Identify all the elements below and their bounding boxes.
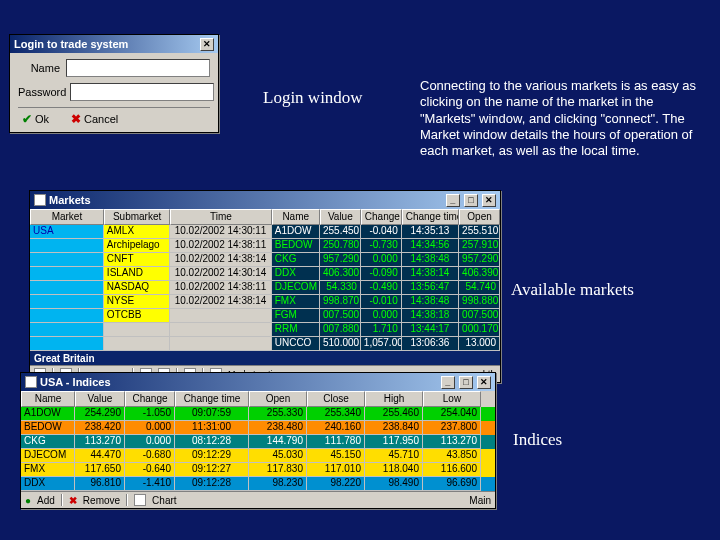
main-label: Main	[469, 495, 491, 506]
minimize-icon[interactable]: _	[441, 376, 455, 389]
table-row[interactable]: NASDAQ10.02/2002 14:38:11DJECOM54.330-0.…	[30, 281, 500, 295]
app-icon	[25, 376, 37, 388]
markets-title: Markets	[49, 194, 91, 206]
table-row[interactable]: DDX96.810-1.41009:12:2898.23098.22098.49…	[21, 477, 495, 491]
markets-caption: Available markets	[511, 280, 634, 300]
x-icon: ✖	[71, 112, 81, 126]
chart-icon	[134, 494, 146, 506]
table-row[interactable]: CNFT10.02/2002 14:38:14CKG957.2900.00014…	[30, 253, 500, 267]
cancel-button[interactable]: ✖ Cancel	[71, 112, 118, 126]
indices-caption: Indices	[513, 430, 562, 450]
markets-header: Market Submarket Time Name Value Change …	[30, 209, 500, 225]
password-field[interactable]	[70, 83, 214, 101]
check-icon: ✔	[22, 112, 32, 126]
indices-body: A1DOW254.290-1.05009:07:59255.330255.340…	[21, 407, 495, 491]
name-label: Name	[18, 62, 66, 74]
close-icon[interactable]: ✕	[200, 38, 214, 51]
table-row[interactable]: BEDOW238.4200.00011:31:00238.480240.1602…	[21, 421, 495, 435]
password-label: Password	[18, 86, 70, 98]
table-row[interactable]: USAAMLX10.02/2002 14:30:11A1DOW255.450-0…	[30, 225, 500, 239]
table-row[interactable]: FMX117.650-0.64009:12:27117.830117.01011…	[21, 463, 495, 477]
login-caption: Login window	[263, 88, 363, 108]
add-button[interactable]: Add	[37, 495, 55, 506]
close-icon[interactable]: ✕	[482, 194, 496, 207]
minus-icon: ✖	[69, 495, 77, 506]
markets-titlebar: Markets _ □ ✕	[30, 191, 500, 209]
login-title: Login to trade system	[14, 38, 128, 50]
table-row[interactable]: RRM007.8801.71013:44:17000.170	[30, 323, 500, 337]
table-row[interactable]: Archipelago10.02/2002 14:38:11BEDOW250.7…	[30, 239, 500, 253]
indices-titlebar: USA - Indices _ □ ✕	[21, 373, 495, 391]
close-icon[interactable]: ✕	[477, 376, 491, 389]
region-gb[interactable]: Great Britain	[30, 351, 500, 365]
table-row[interactable]: CKG113.2700.00008:12:28144.790111.780117…	[21, 435, 495, 449]
indices-toolbar: ● Add ✖ Remove Chart Main	[21, 491, 495, 508]
description-text: Connecting to the various markets is as …	[420, 78, 700, 159]
markets-body: USAAMLX10.02/2002 14:30:11A1DOW255.450-0…	[30, 225, 500, 351]
name-field[interactable]	[66, 59, 210, 77]
maximize-icon[interactable]: □	[459, 376, 473, 389]
table-row[interactable]: NYSE10.02/2002 14:38:14FMX998.870-0.0101…	[30, 295, 500, 309]
plus-icon: ●	[25, 495, 31, 506]
login-titlebar: Login to trade system ✕	[10, 35, 218, 53]
chart-button[interactable]: Chart	[152, 495, 176, 506]
login-window: Login to trade system ✕ Name Password ✔ …	[9, 34, 219, 133]
maximize-icon[interactable]: □	[464, 194, 478, 207]
indices-header: Name Value Change Change time Open Close…	[21, 391, 495, 407]
table-row[interactable]: A1DOW254.290-1.05009:07:59255.330255.340…	[21, 407, 495, 421]
app-icon	[34, 194, 46, 206]
indices-window: USA - Indices _ □ ✕ Name Value Change Ch…	[20, 372, 496, 509]
remove-button[interactable]: Remove	[83, 495, 120, 506]
markets-window: Markets _ □ ✕ Market Submarket Time Name…	[29, 190, 501, 383]
minimize-icon[interactable]: _	[446, 194, 460, 207]
indices-title: USA - Indices	[40, 376, 111, 388]
ok-button[interactable]: ✔ Ok	[22, 112, 49, 126]
table-row[interactable]: OTCBBFGM007.5000.00014:38:18007.500	[30, 309, 500, 323]
table-row[interactable]: DJECOM44.470-0.68009:12:2945.03045.15045…	[21, 449, 495, 463]
table-row[interactable]: ISLAND10.02/2002 14:30:14DDX406.300-0.09…	[30, 267, 500, 281]
table-row[interactable]: UNCCO510.0001,057.00013:06:3613.000	[30, 337, 500, 351]
